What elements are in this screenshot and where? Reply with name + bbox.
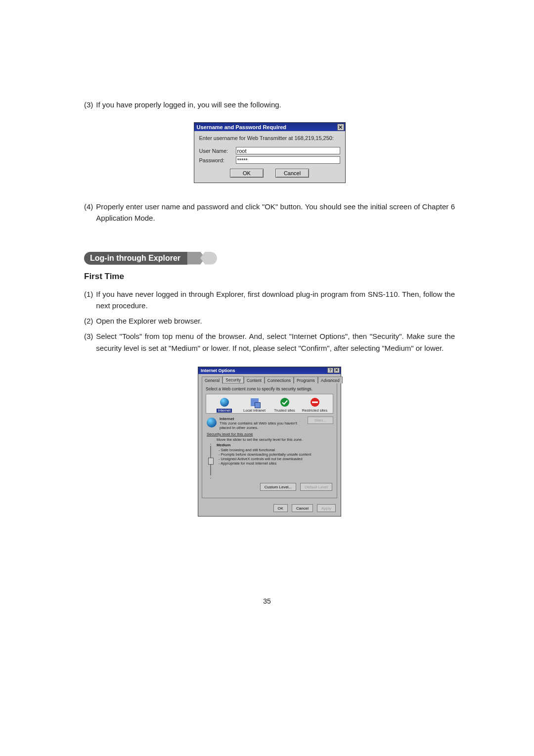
explorer-step-3: (3) Select "Tools" from top menu of the … [84, 331, 455, 354]
security-level-text: Move the slider to set the security leve… [217, 437, 333, 480]
tab-security[interactable]: Security [222, 376, 244, 383]
internet-options-figure: Internet Options ? ✕ General Security Co… [84, 367, 455, 517]
intranet-icon [249, 397, 260, 408]
explorer-step-2: (2) Open the Explorer web browser. [84, 315, 455, 327]
svg-rect-2 [312, 401, 318, 403]
tabs: General Security Content Connections Pro… [202, 376, 337, 383]
security-level-label: Security level for this zone [207, 432, 333, 436]
zone-description-text: Internet This zone contains all Web site… [220, 417, 305, 430]
globe-icon [219, 397, 230, 408]
zone-local-intranet[interactable]: Local intranet [239, 397, 269, 413]
zone-description: Internet This zone contains all Web site… [207, 417, 333, 430]
zone-label: Restricted sites [301, 409, 329, 413]
security-tab-panel: Select a Web content zone to specify its… [202, 383, 337, 498]
internet-options-titlebar: Internet Options ? ✕ [198, 367, 341, 374]
sites-button[interactable]: Sites... [308, 417, 333, 424]
zone-description-title: Internet [220, 417, 305, 421]
login-dialog-figure: Username and Password Required ✕ Enter u… [84, 122, 455, 183]
list-number: (3) [84, 331, 93, 354]
list-text: Open the Explorer web browser. [96, 315, 455, 327]
zone-label: Internet [217, 409, 232, 413]
internet-options-footer: OK Cancel Apply [198, 502, 341, 516]
security-move-hint: Move the slider to set the security leve… [217, 437, 333, 442]
zone-internet[interactable]: Internet [209, 397, 239, 413]
security-bullet: Unsigned ActiveX controls will not be do… [219, 457, 333, 461]
trusted-icon [279, 397, 290, 408]
username-label: User Name: [199, 148, 233, 154]
security-level-bullets: Safe browsing and still functional Promp… [217, 448, 333, 466]
username-input[interactable] [236, 147, 340, 154]
security-level-name: Medium [217, 443, 333, 447]
username-row: User Name: [199, 147, 340, 154]
pill-decoration-icon [200, 252, 217, 265]
security-level-area: - - Move the slider to set the security … [208, 437, 333, 480]
globe-icon [207, 418, 217, 427]
internet-options-dialog: Internet Options ? ✕ General Security Co… [198, 367, 341, 517]
window-buttons: ? ✕ [327, 368, 340, 373]
list-number: (3) [84, 99, 93, 110]
slider-thumb-icon[interactable] [208, 458, 214, 465]
zone-trusted-sites[interactable]: Trusted sites [269, 397, 300, 413]
zone-selector: Internet Local intranet Trusted sites [206, 394, 333, 414]
login-dialog-message: Enter username for Web Transmitter at 16… [199, 135, 340, 142]
close-icon[interactable]: ✕ [334, 368, 340, 373]
tab-general[interactable]: General [202, 377, 222, 383]
cancel-button[interactable]: Cancel [292, 504, 313, 512]
page-number: 35 [0, 597, 534, 605]
password-input[interactable] [236, 156, 340, 164]
explorer-step-1: (1) If you have never logged in through … [84, 288, 455, 312]
tab-content[interactable]: Content [244, 377, 265, 383]
internet-options-title: Internet Options [201, 368, 235, 373]
password-label: Password: [199, 157, 233, 163]
body-step-3: (3) If you have properly logged in, you … [84, 99, 455, 110]
login-dialog-title: Username and Password Required [197, 124, 287, 130]
security-bullet: Appropriate for most Internet sites [219, 461, 333, 466]
login-dialog-titlebar: Username and Password Required ✕ [194, 123, 345, 131]
cancel-button[interactable]: Cancel [275, 169, 309, 178]
default-level-button[interactable]: Default Level [300, 483, 332, 491]
tab-advanced[interactable]: Advanced [318, 377, 343, 383]
login-dialog-buttons: OK Cancel [199, 169, 340, 178]
password-row: Password: [199, 156, 340, 164]
list-number: (4) [84, 201, 93, 224]
zone-restricted-sites[interactable]: Restricted sites [300, 397, 330, 413]
login-dialog: Username and Password Required ✕ Enter u… [194, 122, 346, 183]
security-bullet: Safe browsing and still functional [219, 448, 333, 452]
ok-button[interactable]: OK [230, 169, 264, 178]
internet-options-body: General Security Content Connections Pro… [198, 374, 341, 502]
svg-point-0 [280, 398, 289, 407]
document-page: (3) If you have properly logged in, you … [0, 0, 534, 756]
list-text: If you have properly logged in, you will… [96, 99, 455, 110]
list-number: (2) [84, 315, 93, 327]
custom-level-button[interactable]: Custom Level... [260, 483, 297, 491]
section-heading-pill: Log-in through Explorer [84, 252, 217, 265]
apply-button[interactable]: Apply [317, 504, 336, 512]
list-number: (1) [84, 288, 93, 312]
list-text: Select "Tools" from top menu of the brow… [96, 331, 455, 354]
ok-button[interactable]: OK [273, 504, 288, 512]
section-heading-text: Log-in through Explorer [84, 252, 187, 265]
tab-programs[interactable]: Programs [294, 377, 318, 383]
help-icon[interactable]: ? [327, 368, 333, 373]
close-icon[interactable]: ✕ [337, 124, 344, 131]
body-step-4: (4) Properly enter user name and passwor… [84, 201, 455, 224]
section-heading: Log-in through Explorer [84, 252, 455, 265]
security-buttons: Custom Level... Default Level [207, 483, 332, 491]
security-bullet: Prompts before downloading potentially u… [219, 452, 333, 457]
restricted-icon [310, 397, 320, 408]
zone-label: Trusted sites [272, 409, 297, 413]
login-dialog-body: Enter username for Web Transmitter at 16… [194, 131, 345, 183]
tab-connections[interactable]: Connections [265, 377, 294, 383]
list-text: Properly enter user name and password an… [96, 201, 455, 224]
security-level-slider[interactable]: - - [208, 437, 214, 480]
zone-instruction: Select a Web content zone to specify its… [206, 386, 333, 391]
zone-label: Local intranet [242, 409, 267, 413]
subsection-heading: First Time [84, 272, 455, 282]
zone-description-body: This zone contains all Web sites you hav… [220, 421, 305, 430]
list-text: If you have never logged in through Expl… [96, 288, 455, 312]
